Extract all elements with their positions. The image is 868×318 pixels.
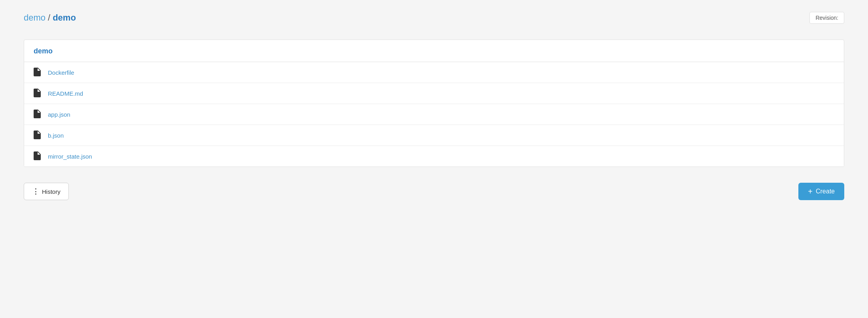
breadcrumb: demo / demo: [24, 13, 76, 23]
header-row: demo / demo Revision:: [24, 12, 844, 24]
folder-title: demo: [24, 40, 844, 62]
history-button[interactable]: ⋮ History: [24, 183, 69, 200]
file-name[interactable]: b.json: [48, 132, 64, 139]
file-icon: [34, 110, 42, 119]
breadcrumb-last[interactable]: demo: [53, 13, 76, 23]
page-container: demo / demo Revision: demo Dockerfile: [0, 0, 868, 318]
file-name[interactable]: mirror_state.json: [48, 153, 92, 160]
history-dots-icon: ⋮: [32, 187, 39, 196]
folder-section: demo Dockerfile README.md: [24, 40, 844, 167]
file-item[interactable]: b.json: [24, 125, 844, 146]
history-label: History: [42, 188, 61, 195]
file-item[interactable]: Dockerfile: [24, 62, 844, 83]
file-name[interactable]: app.json: [48, 111, 70, 118]
create-plus-icon: +: [808, 187, 813, 195]
breadcrumb-separator: /: [48, 13, 50, 23]
create-button[interactable]: + Create: [798, 183, 844, 200]
file-icon: [34, 131, 42, 140]
file-name[interactable]: README.md: [48, 90, 83, 97]
file-list: Dockerfile README.md app.json: [24, 62, 844, 167]
breadcrumb-first[interactable]: demo: [24, 13, 45, 23]
create-label: Create: [816, 188, 835, 195]
file-icon: [34, 68, 42, 77]
file-name[interactable]: Dockerfile: [48, 69, 74, 76]
revision-label: Revision:: [809, 12, 844, 24]
file-item[interactable]: README.md: [24, 83, 844, 104]
file-item[interactable]: mirror_state.json: [24, 146, 844, 167]
file-item[interactable]: app.json: [24, 104, 844, 125]
file-icon: [34, 151, 42, 161]
file-icon: [34, 89, 42, 98]
bottom-bar: ⋮ History + Create: [24, 179, 844, 200]
